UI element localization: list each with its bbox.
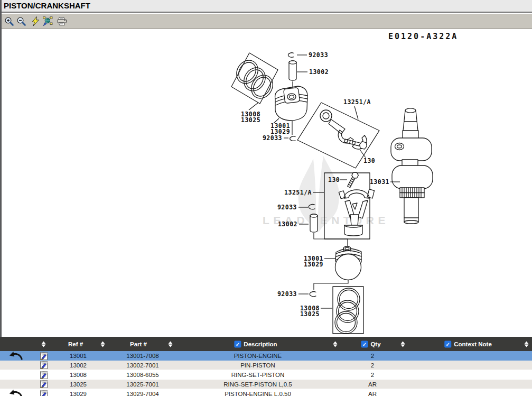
diagram-code: E0120-A322A — [388, 32, 458, 41]
parts-table: Ref # Part # Description Qty Context Not… — [0, 337, 532, 396]
sort-icon[interactable] — [100, 340, 105, 347]
part-cell: 13001-7008 — [100, 353, 185, 359]
qty-cell: AR — [331, 381, 414, 388]
zoom-out-icon — [16, 16, 26, 26]
part-label[interactable]: 13251/A — [284, 189, 312, 196]
part-cell: 13025-7001 — [100, 381, 185, 388]
column-header-qty-label: Qty — [370, 341, 380, 347]
table-header: Ref # Part # Description Qty Context Not… — [0, 337, 532, 351]
sort-icon[interactable] — [41, 340, 46, 347]
table-row[interactable]: 13008 13008-6055 RING-SET-PISTON 2 — [0, 370, 532, 380]
quick-view-button[interactable] — [30, 16, 41, 26]
exploded-parts-diagram: LEADVENTURE — [0, 29, 532, 335]
description-checkbox[interactable] — [234, 340, 241, 347]
note-edit-icon[interactable] — [32, 361, 56, 370]
ref-cell: 13025 — [56, 381, 100, 388]
part-cell: 13029-7004 — [100, 391, 185, 396]
print-icon — [57, 17, 67, 26]
column-header-qty[interactable]: Qty — [361, 340, 380, 347]
qty-cell: 2 — [331, 372, 414, 378]
ref-cell: 13002 — [56, 362, 100, 369]
part-label[interactable]: 92033 — [309, 51, 328, 59]
sort-icon[interactable] — [168, 340, 173, 347]
parts-catalog-viewer: PISTON/CRANKSHAFT — [0, 0, 532, 396]
sort-icon[interactable] — [524, 340, 529, 347]
note-checkbox[interactable] — [444, 340, 451, 347]
print-button[interactable] — [56, 16, 68, 26]
qty-cell: 2 — [331, 362, 414, 369]
desc-cell: PISTON-ENGINE — [185, 353, 331, 359]
back-arrow-icon[interactable] — [0, 351, 32, 361]
diagram-canvas[interactable]: LEADVENTURE — [0, 29, 532, 335]
zoom-out-button[interactable] — [15, 16, 27, 26]
title-bar: PISTON/CRANKSHAFT — [0, 0, 532, 13]
part-label[interactable]: 92033 — [263, 134, 282, 142]
ref-cell: 13029 — [56, 391, 100, 396]
column-header-note-label: Context Note — [454, 341, 492, 347]
column-header-part[interactable]: Part # — [130, 341, 147, 347]
note-edit-icon[interactable] — [32, 371, 56, 380]
desc-cell: RING-SET-PISTON — [185, 372, 331, 378]
zoom-in-icon — [4, 16, 14, 26]
column-header-description[interactable]: Description — [234, 340, 277, 347]
part-cell: 13008-6055 — [100, 372, 185, 378]
desc-cell: PISTON-ENGINE L,0.50 — [185, 391, 331, 396]
table-row[interactable]: 13002 13002-7001 PIN-PISTON 2 — [0, 361, 532, 370]
part-label[interactable]: 92033 — [277, 204, 297, 211]
hotspot-select-icon — [43, 16, 53, 26]
circlip-top — [288, 53, 294, 57]
qty-cell: AR — [331, 391, 414, 396]
part-cell: 13002-7001 — [100, 362, 185, 369]
sort-icon[interactable] — [333, 340, 338, 347]
part-label[interactable]: 13002 — [309, 68, 329, 76]
part-label[interactable]: 13029 — [304, 261, 323, 268]
zoom-in-button[interactable] — [3, 16, 15, 26]
desc-cell: RING-SET-PISTON L,0.5 — [185, 381, 331, 388]
note-edit-icon[interactable] — [32, 380, 56, 389]
lightning-icon — [31, 16, 40, 26]
desc-cell: PIN-PISTON — [185, 362, 331, 369]
table-row[interactable]: 13029 13029-7004 PISTON-ENGINE L,0.50 AR — [0, 389, 532, 396]
diagram-toolbar — [0, 14, 532, 29]
column-header-ref[interactable]: Ref # — [68, 341, 83, 347]
part-label[interactable]: 130 — [328, 176, 340, 183]
part-label[interactable]: 130 — [363, 157, 375, 164]
left-border-strip — [0, 0, 2, 337]
ref-cell: 13008 — [56, 372, 100, 378]
part-label[interactable]: 13251/A — [343, 98, 371, 106]
part-label[interactable]: 13025 — [241, 116, 260, 124]
part-label[interactable]: 92033 — [277, 290, 297, 298]
crankshaft — [391, 108, 433, 224]
part-label[interactable]: 13031 — [370, 178, 389, 186]
qty-cell: 2 — [331, 353, 414, 359]
hotspot-select-button[interactable] — [42, 16, 53, 26]
back-arrow-icon[interactable] — [0, 389, 32, 396]
column-header-note[interactable]: Context Note — [444, 340, 492, 347]
part-label[interactable]: 13002 — [278, 220, 297, 228]
ref-cell: 13001 — [56, 353, 100, 359]
qty-checkbox[interactable] — [361, 340, 368, 347]
part-label[interactable]: 13025 — [300, 310, 320, 318]
page-title: PISTON/CRANKSHAFT — [0, 0, 90, 12]
sort-icon[interactable] — [400, 340, 405, 347]
table-row[interactable]: 13001 13001-7008 PISTON-ENGINE 2 — [0, 351, 532, 361]
column-header-description-label: Description — [244, 341, 277, 347]
table-row[interactable]: 13025 13025-7001 RING-SET-PISTON L,0.5 A… — [0, 380, 532, 389]
note-edit-icon[interactable] — [32, 352, 56, 361]
note-edit-icon[interactable] — [32, 390, 56, 396]
